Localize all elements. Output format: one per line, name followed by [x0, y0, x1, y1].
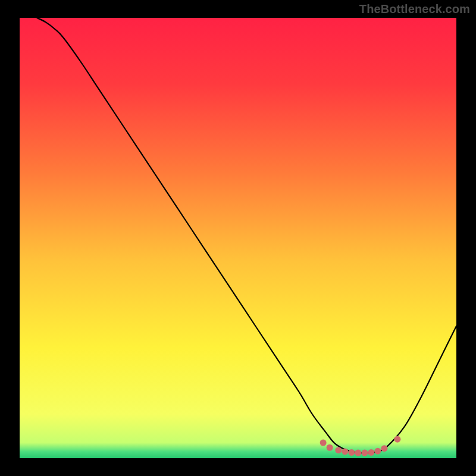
trough-dot: [355, 450, 361, 456]
watermark-text: TheBottleneck.com: [359, 2, 470, 16]
trough-dot: [342, 448, 348, 455]
trough-dot: [327, 444, 333, 451]
trough-dot: [381, 445, 387, 452]
chart-svg: [20, 18, 456, 458]
trough-dot: [374, 448, 381, 455]
trough-dot: [335, 447, 342, 453]
trough-dot: [320, 440, 327, 446]
chart-container: TheBottleneck.com: [0, 0, 476, 476]
trough-dot: [394, 436, 400, 443]
trough-dot: [348, 449, 355, 456]
gradient-background: [20, 18, 456, 458]
plot-area: [20, 18, 456, 458]
trough-dot: [361, 450, 368, 456]
trough-dot: [368, 449, 374, 456]
